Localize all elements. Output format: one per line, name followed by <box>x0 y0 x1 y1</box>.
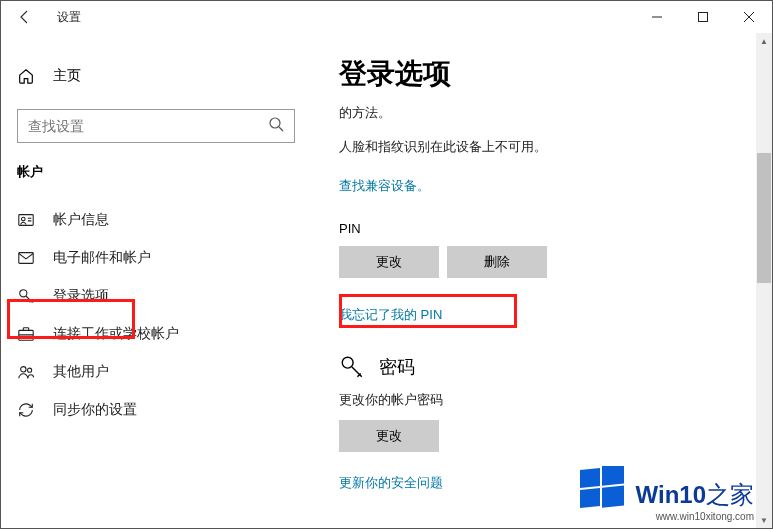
search-icon <box>268 116 284 136</box>
svg-rect-1 <box>699 13 708 22</box>
scroll-down-icon[interactable]: ▼ <box>756 512 772 528</box>
briefcase-icon <box>17 325 35 343</box>
svg-rect-15 <box>602 466 624 486</box>
section-label: 帐户 <box>1 163 311 201</box>
svg-point-13 <box>342 357 353 368</box>
sync-icon <box>17 401 35 419</box>
nav-label: 电子邮件和帐户 <box>53 249 151 267</box>
sidebar-item-home[interactable]: 主页 <box>1 61 311 91</box>
pin-change-button[interactable]: 更改 <box>339 246 439 278</box>
watermark-url: www.win10xitong.com <box>636 511 754 522</box>
watermark: Win10之家 www.win10xitong.com <box>636 479 754 522</box>
fragment-text: 的方法。 <box>339 103 752 123</box>
svg-point-7 <box>22 217 26 221</box>
nav-label: 同步你的设置 <box>53 401 137 419</box>
password-change-button[interactable]: 更改 <box>339 420 439 452</box>
svg-point-9 <box>20 290 27 297</box>
biometric-message: 人脸和指纹识别在此设备上不可用。 <box>339 137 752 157</box>
page-title: 登录选项 <box>339 55 752 93</box>
close-button[interactable] <box>726 1 772 33</box>
pin-remove-button[interactable]: 删除 <box>447 246 547 278</box>
pin-label: PIN <box>339 221 752 236</box>
home-label: 主页 <box>53 67 81 85</box>
svg-rect-14 <box>580 468 600 488</box>
svg-rect-17 <box>602 485 624 507</box>
id-card-icon <box>17 211 35 229</box>
svg-line-5 <box>279 127 283 131</box>
svg-rect-16 <box>580 488 600 508</box>
svg-rect-8 <box>19 253 33 264</box>
scrollbar-thumb[interactable] <box>757 153 771 283</box>
svg-point-4 <box>270 118 280 128</box>
window-title: 设置 <box>49 9 81 26</box>
sidebar-item-signin-options[interactable]: 登录选项 <box>1 277 311 315</box>
sidebar-item-account-info[interactable]: 帐户信息 <box>1 201 311 239</box>
windows-logo-icon <box>580 466 624 510</box>
nav-label: 帐户信息 <box>53 211 109 229</box>
nav-label: 连接工作或学校帐户 <box>53 325 179 343</box>
sidebar-item-other-users[interactable]: 其他用户 <box>1 353 311 391</box>
scroll-up-icon[interactable]: ▲ <box>756 33 772 49</box>
home-icon <box>17 67 35 85</box>
sidebar-item-sync[interactable]: 同步你的设置 <box>1 391 311 429</box>
sidebar-item-work-school[interactable]: 连接工作或学校帐户 <box>1 315 311 353</box>
sidebar-item-email[interactable]: 电子邮件和帐户 <box>1 239 311 277</box>
search-input-wrap[interactable] <box>17 109 295 143</box>
compatible-devices-link[interactable]: 查找兼容设备。 <box>339 177 430 195</box>
maximize-button[interactable] <box>680 1 726 33</box>
password-desc: 更改你的帐户密码 <box>339 390 752 410</box>
nav-label: 登录选项 <box>53 287 109 305</box>
watermark-brand-zh: 之家 <box>706 481 754 508</box>
password-heading: 密码 <box>379 355 415 379</box>
svg-point-11 <box>21 367 26 372</box>
scrollbar[interactable]: ▲ ▼ <box>756 33 772 528</box>
nav-label: 其他用户 <box>53 363 109 381</box>
watermark-brand-en: Win10 <box>636 481 706 508</box>
mail-icon <box>17 249 35 267</box>
forgot-pin-link[interactable]: 我忘记了我的 PIN <box>339 306 752 324</box>
users-icon <box>17 363 35 381</box>
minimize-button[interactable] <box>634 1 680 33</box>
key-icon <box>339 354 365 380</box>
svg-point-12 <box>28 368 32 372</box>
key-icon <box>17 287 35 305</box>
back-button[interactable] <box>1 1 49 33</box>
search-input[interactable] <box>28 118 268 134</box>
